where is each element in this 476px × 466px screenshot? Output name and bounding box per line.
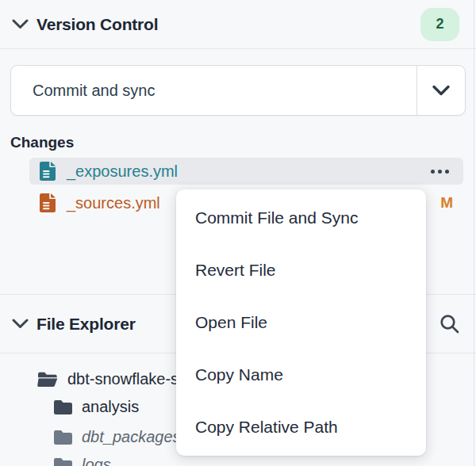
search-icon bbox=[439, 313, 460, 334]
tree-item-logs[interactable]: logs bbox=[54, 450, 111, 466]
version-control-panel: Version Control 2 Commit and sync Change… bbox=[0, 0, 476, 466]
ellipsis-icon bbox=[431, 170, 435, 174]
commit-action-label: Commit and sync bbox=[11, 66, 416, 115]
changed-file-row-exposures[interactable]: _exposures.yml bbox=[29, 158, 463, 185]
tree-item-label: dbt-snowflake-s bbox=[67, 370, 178, 388]
changes-section-label: Changes bbox=[10, 134, 74, 151]
tree-item-label: logs bbox=[82, 456, 111, 466]
file-document-icon bbox=[40, 193, 56, 212]
menu-item-commit-file-and-sync[interactable]: Commit File and Sync bbox=[176, 192, 426, 244]
chevron-down-icon bbox=[12, 19, 29, 29]
folder-icon bbox=[54, 399, 72, 414]
file-explorer-collapse-button[interactable] bbox=[11, 315, 29, 333]
tree-item-label: analysis bbox=[82, 398, 139, 416]
modified-status-badge: M bbox=[440, 194, 453, 212]
commit-action-caret-button[interactable] bbox=[416, 66, 465, 115]
tree-item-analysis[interactable]: analysis bbox=[54, 392, 139, 421]
changed-file-name: _exposures.yml bbox=[67, 162, 178, 181]
file-document-icon bbox=[40, 162, 56, 181]
menu-item-revert-file[interactable]: Revert File bbox=[176, 244, 426, 296]
tree-item-dbt-packages[interactable]: dbt_packages bbox=[54, 422, 181, 451]
chevron-down-icon bbox=[432, 85, 451, 96]
changed-file-name: _sources.yml bbox=[67, 194, 160, 212]
version-control-title: Version Control bbox=[36, 15, 158, 34]
folder-icon bbox=[54, 457, 72, 466]
file-context-menu: Commit File and Sync Revert File Open Fi… bbox=[176, 189, 426, 456]
tree-item-project-root[interactable]: dbt-snowflake-s bbox=[36, 365, 178, 393]
tree-item-label: dbt_packages bbox=[82, 428, 181, 446]
version-control-header: Version Control 2 bbox=[0, 0, 476, 49]
menu-item-copy-name[interactable]: Copy Name bbox=[176, 349, 426, 401]
menu-item-open-file[interactable]: Open File bbox=[176, 296, 426, 349]
folder-icon bbox=[54, 430, 72, 445]
changes-count-badge: 2 bbox=[420, 8, 459, 41]
menu-item-copy-relative-path[interactable]: Copy Relative Path bbox=[176, 401, 426, 453]
version-control-collapse-button[interactable] bbox=[11, 16, 29, 33]
file-actions-ellipsis-button[interactable] bbox=[429, 166, 451, 177]
file-explorer-title: File Explorer bbox=[36, 315, 136, 334]
chevron-down-icon bbox=[12, 319, 29, 329]
folder-open-icon bbox=[36, 371, 58, 388]
file-search-button[interactable] bbox=[437, 312, 461, 336]
commit-action-dropdown[interactable]: Commit and sync bbox=[10, 65, 466, 116]
panel-right-border bbox=[474, 0, 474, 466]
